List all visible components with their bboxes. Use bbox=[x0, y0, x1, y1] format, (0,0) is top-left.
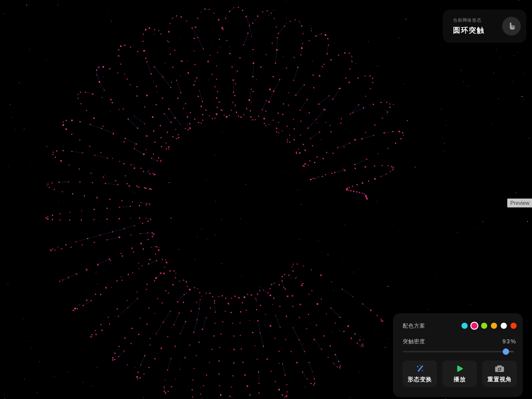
network-shape-label: 当前网络形态 bbox=[453, 17, 485, 23]
control-panel: 配色方案 突触密度 93% 形态变换 bbox=[393, 313, 523, 397]
camera-reset-icon bbox=[494, 364, 505, 373]
play-icon bbox=[455, 364, 464, 373]
preview-badge-label: Preview bbox=[510, 200, 529, 206]
color-swatch-lime[interactable] bbox=[481, 323, 487, 329]
color-swatch-amber[interactable] bbox=[491, 323, 497, 329]
color-scheme-label: 配色方案 bbox=[403, 322, 425, 329]
play-button-label: 播放 bbox=[454, 375, 466, 383]
color-swatch-red[interactable] bbox=[511, 323, 517, 329]
play-button[interactable]: 播放 bbox=[443, 361, 477, 387]
density-label: 突触密度 bbox=[403, 338, 425, 345]
reset-view-button[interactable]: 重置视角 bbox=[482, 361, 517, 387]
color-swatch-pink[interactable] bbox=[471, 323, 477, 329]
color-swatch-row bbox=[462, 323, 517, 329]
shape-cycle-button[interactable] bbox=[502, 17, 521, 35]
color-swatch-cyan[interactable] bbox=[462, 323, 468, 329]
morph-button[interactable]: 形态变换 bbox=[403, 361, 437, 387]
color-swatch-white[interactable] bbox=[501, 323, 507, 329]
action-button-row: 形态变换 播放 重置视角 bbox=[403, 361, 517, 387]
network-shape-card: 当前网络形态 圆环突触 bbox=[443, 10, 526, 43]
morph-button-label: 形态变换 bbox=[408, 375, 432, 383]
network-shape-value: 圆环突触 bbox=[453, 25, 485, 35]
density-slider-thumb[interactable] bbox=[503, 348, 509, 355]
reset-view-button-label: 重置视角 bbox=[488, 375, 512, 383]
density-slider-fill bbox=[403, 351, 506, 352]
pointer-hand-icon bbox=[507, 22, 516, 31]
density-slider[interactable] bbox=[403, 348, 513, 355]
density-value: 93% bbox=[502, 338, 517, 345]
magic-wand-icon bbox=[415, 364, 424, 373]
preview-badge: Preview bbox=[507, 199, 532, 207]
